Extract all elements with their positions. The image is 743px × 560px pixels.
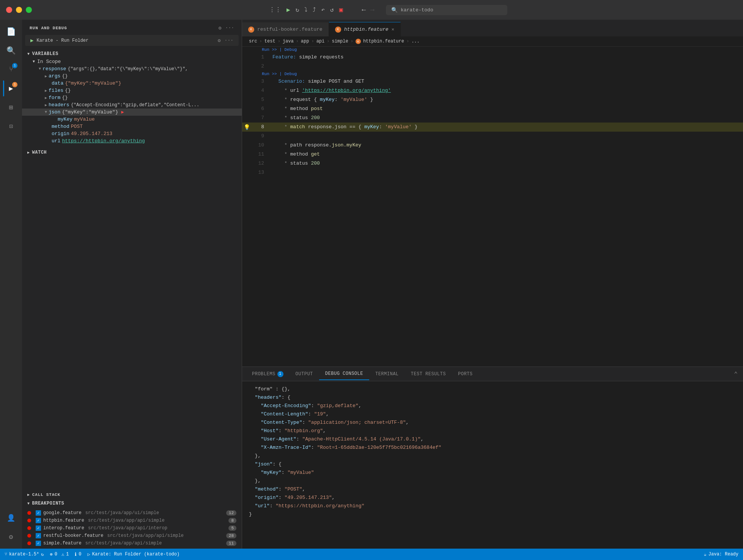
play-button[interactable]: ▶ — [30, 37, 33, 44]
run-link-scenario[interactable]: Run >> | Debug — [262, 72, 297, 76]
activity-bar: 📄 🔍 ⑂ 1 ▶ 1 ⊞ ⊡ 👤 ⚙ — [0, 20, 22, 549]
more-options-icon[interactable]: ··· — [225, 25, 234, 31]
status-errors[interactable]: ⊗ 0 ⚠ 1 — [50, 552, 69, 557]
activity-explorer[interactable]: 📄 — [3, 24, 19, 39]
in-scope-label: In Scope — [37, 59, 61, 64]
tab-terminal[interactable]: TERMINAL — [369, 368, 405, 380]
line-content-13 — [271, 168, 743, 177]
run-icon[interactable]: ▶ — [286, 6, 290, 14]
in-scope-header[interactable]: ▼ In Scope — [22, 58, 242, 65]
chevron-right-icon: ▼ — [39, 67, 41, 71]
remote-icon: ⊡ — [9, 123, 13, 130]
breakpoints-header[interactable]: ▼ BREAKPOINTS — [22, 499, 242, 508]
call-stack-header[interactable]: ▶ CALL STACK — [22, 490, 242, 499]
line-gutter-1 — [242, 53, 251, 62]
var-files[interactable]: ▶ files {} — [22, 87, 242, 94]
var-args[interactable]: ▶ args {} — [22, 72, 242, 80]
breakpoint-item[interactable]: ✓ interop.feature src/test/java/app/api/… — [22, 524, 242, 532]
var-data[interactable]: data {"myKey":"myValue"} — [22, 80, 242, 87]
var-url[interactable]: url https://httpbin.org/anything — [22, 137, 242, 145]
variables-label: VARIABLES — [32, 51, 58, 57]
main-layout: 📄 🔍 ⑂ 1 ▶ 1 ⊞ ⊡ 👤 ⚙ RUN A — [0, 20, 743, 549]
var-origin[interactable]: origin 49.205.147.213 — [22, 130, 242, 137]
info-icon: ℹ — [75, 552, 77, 557]
panel-expand-icon[interactable]: ⌃ — [732, 369, 739, 379]
console-line: "Content-Length": "19", — [249, 410, 736, 418]
bp-path: src/test/java/app/ui/simple — [85, 510, 159, 516]
bp-count: 8 — [228, 518, 236, 523]
run-link-top[interactable]: Run >> | Debug — [262, 47, 297, 52]
tab-restful-booker[interactable]: K restful-booker.feature — [242, 22, 329, 36]
bp-checkbox[interactable]: ✓ — [36, 510, 41, 516]
activity-run-debug[interactable]: ▶ 1 — [3, 80, 19, 96]
var-mykey[interactable]: myKey myValue — [22, 116, 242, 123]
code-line-1: 1 Feature: simple requests — [242, 53, 743, 62]
chevron-down-icon: ▼ — [27, 502, 30, 506]
bp-checkbox[interactable]: ✓ — [36, 533, 41, 538]
tab-close-httpbin[interactable]: ✕ — [392, 27, 394, 32]
line-num-5: 5 — [251, 95, 271, 104]
close-button[interactable] — [6, 7, 12, 13]
step-out-icon[interactable]: ⤴ — [313, 6, 316, 14]
watch-header[interactable]: ▶ WATCH — [22, 148, 242, 157]
var-form[interactable]: ▶ form {} — [22, 94, 242, 101]
chevron-down-icon: ▼ — [27, 52, 30, 56]
step-over-icon[interactable]: ⤵ — [304, 6, 307, 14]
minimize-button[interactable] — [16, 7, 22, 13]
config-settings-icon[interactable]: ⚙ — [218, 38, 221, 44]
status-info[interactable]: ℹ 0 — [75, 552, 81, 557]
tab-output[interactable]: OUTPUT — [290, 368, 319, 380]
line-content-8: * match response.json == { myKey: 'myVal… — [271, 123, 743, 132]
var-form-val: {} — [62, 95, 68, 101]
titlebar-center: ⋮⋮ ▶ ↻ ⤵ ⤴ ↶ ↺ ▣ ← → 🔍 karate-todo — [39, 5, 737, 15]
sidebar: RUN AND DEBUG ⚙ ··· ▶ Karate - Run Folde… — [22, 20, 242, 549]
tab-problems[interactable]: PROBLEMS1 — [246, 368, 290, 380]
activity-extensions[interactable]: ⊞ — [3, 99, 19, 115]
status-branch[interactable]: ⑂ karate-1.5* ↻ — [5, 552, 44, 557]
breakpoint-item[interactable]: ✓ httpbin.feature src/test/java/app/api/… — [22, 517, 242, 524]
bp-checkbox[interactable]: ✓ — [36, 518, 41, 523]
sidebar-header: RUN AND DEBUG ⚙ ··· — [22, 20, 242, 35]
settings-gear-icon[interactable]: ⚙ — [219, 25, 222, 31]
back-arrow[interactable]: ← — [362, 6, 366, 14]
activity-accounts[interactable]: 👤 — [3, 510, 19, 526]
console-line: "method": "POST", — [249, 485, 736, 494]
activity-search[interactable]: 🔍 — [3, 42, 19, 58]
var-headers[interactable]: ▶ headers {"Accept-Encoding":"gzip,defla… — [22, 101, 242, 109]
forward-arrow[interactable]: → — [370, 6, 375, 14]
bp-checkbox[interactable]: ✓ — [36, 525, 41, 531]
activity-remote[interactable]: ⊡ — [3, 118, 19, 134]
debug-arrow-icon: ▶ — [121, 109, 124, 115]
maximize-button[interactable] — [26, 7, 32, 13]
breakpoint-item[interactable]: ✓ simple.feature src/test/java/app/api/s… — [22, 540, 242, 547]
panel-content[interactable]: "form" : {}, "headers": { "Accept-Encodi… — [242, 381, 743, 549]
breakpoint-item[interactable]: ✓ google.feature src/test/java/app/ui/si… — [22, 509, 242, 517]
java-status-label: Java: Ready — [708, 552, 738, 557]
var-json[interactable]: ▼ json {"myKey":"myValue"} ▶ — [22, 109, 242, 116]
tab-httpbin[interactable]: K httpbin.feature ✕ — [329, 22, 401, 36]
config-more-icon[interactable]: ··· — [225, 38, 233, 44]
undo-icon[interactable]: ↺ — [330, 6, 334, 14]
bp-checkbox[interactable]: ✓ — [36, 541, 41, 546]
status-run-folder[interactable]: ▷ Karate: Run Folder (karate-todo) — [88, 552, 180, 557]
activity-source-control[interactable]: ⑂ 1 — [3, 61, 19, 77]
line-content-9 — [271, 132, 743, 141]
stop-icon[interactable]: ▣ — [339, 6, 343, 14]
step-back-icon[interactable]: ↶ — [321, 6, 325, 14]
search-bar[interactable]: 🔍 karate-todo — [386, 5, 507, 15]
breakpoint-item[interactable]: ✓ restful-booker.feature src/test/java/a… — [22, 532, 242, 540]
tab-test-results[interactable]: TEST RESULTS — [405, 368, 452, 380]
tab-debug-console[interactable]: DEBUG CONSOLE — [319, 368, 369, 380]
var-method[interactable]: method POST — [22, 123, 242, 130]
var-json-val: {"myKey":"myValue"} — [62, 109, 118, 115]
bulb-icon[interactable]: 💡 — [244, 124, 250, 131]
tab-ports[interactable]: PORTS — [452, 368, 479, 380]
activity-settings[interactable]: ⚙ — [3, 529, 19, 545]
var-args-key: args — [49, 73, 60, 79]
status-java[interactable]: ☕ Java: Ready — [704, 552, 738, 557]
code-editor[interactable]: Run >> | Debug 1 Feature: simple request… — [242, 47, 743, 367]
var-response[interactable]: ▼ response {"args":{},"data":"{\"myKey\"… — [22, 65, 242, 72]
restart-icon[interactable]: ↻ — [296, 6, 299, 14]
variables-header[interactable]: ▼ VARIABLES — [22, 50, 242, 58]
grid-icon[interactable]: ⋮⋮ — [269, 6, 281, 14]
